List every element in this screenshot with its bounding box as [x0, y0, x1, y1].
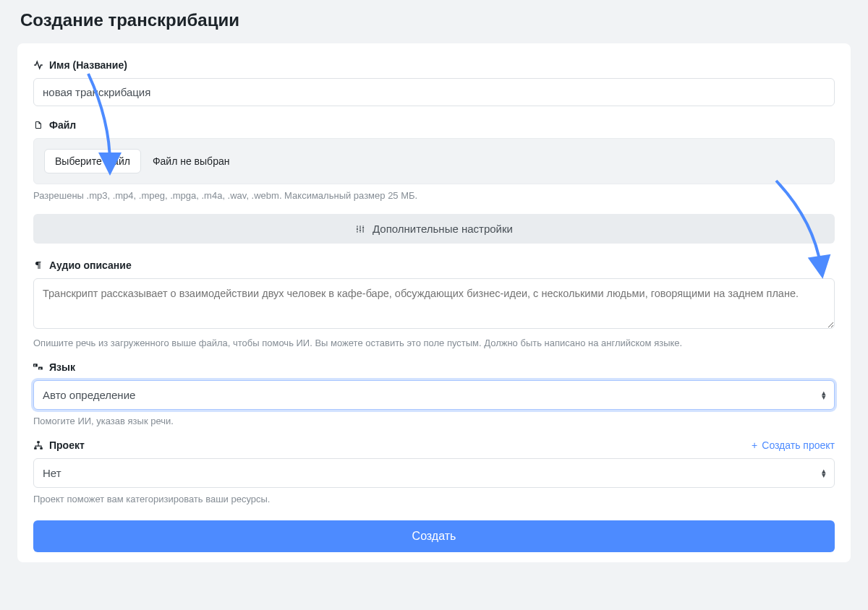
advanced-settings-label: Дополнительные настройки: [373, 223, 513, 235]
name-input[interactable]: [33, 78, 835, 106]
audio-description-hint: Опишите речь из загруженного выше файла,…: [33, 338, 835, 348]
choose-file-button[interactable]: Выберите файл: [44, 149, 141, 173]
advanced-settings-button[interactable]: Дополнительные настройки: [33, 214, 835, 244]
plus-icon: +: [752, 439, 757, 451]
file-icon: [33, 120, 43, 130]
svg-rect-7: [37, 441, 40, 443]
language-label: Язык: [49, 361, 75, 373]
form-card: Имя (Название) Файл Выберите файл Файл н…: [17, 43, 851, 562]
svg-point-1: [359, 229, 361, 231]
svg-rect-8: [34, 447, 37, 450]
submit-button[interactable]: Создать: [33, 520, 835, 552]
project-hint: Проект поможет вам категоризировать ваши…: [33, 494, 835, 504]
language-select[interactable]: Авто определение: [33, 380, 835, 410]
file-label: Файл: [49, 119, 76, 131]
file-field: Файл Выберите файл Файл не выбран Разреш…: [33, 119, 835, 201]
svg-point-0: [357, 228, 358, 229]
create-project-label: Создать проект: [762, 439, 835, 451]
activity-icon: [33, 60, 43, 70]
language-icon: Aあ: [33, 362, 43, 372]
svg-text:あ: あ: [39, 367, 41, 370]
page-title: Создание транскрибации: [0, 0, 868, 43]
file-status: Файл не выбран: [153, 155, 230, 167]
create-project-link[interactable]: + Создать проект: [752, 439, 835, 451]
language-field: Aあ Язык Авто определение ▴▾ Помогите ИИ,…: [33, 361, 835, 426]
project-select[interactable]: Нет: [33, 458, 835, 488]
project-field: Проект + Создать проект Нет ▴▾ Проект по…: [33, 439, 835, 504]
language-hint: Помогите ИИ, указав язык речи.: [33, 416, 835, 426]
svg-point-2: [362, 227, 364, 228]
file-hint: Разрешены .mp3, .mp4, .mpeg, .mpga, .m4a…: [33, 190, 835, 201]
project-label: Проект: [49, 439, 85, 451]
name-field: Имя (Название): [33, 59, 835, 106]
audio-description-label: Аудио описание: [49, 259, 132, 271]
sliders-icon: [355, 224, 365, 234]
audio-description-field: Аудио описание Опишите речь из загруженн…: [33, 259, 835, 348]
paragraph-icon: [33, 260, 43, 270]
audio-description-input[interactable]: [33, 278, 835, 329]
svg-rect-9: [40, 447, 43, 450]
name-label: Имя (Название): [49, 59, 127, 71]
diagram-icon: [33, 440, 43, 450]
file-dropzone[interactable]: Выберите файл Файл не выбран: [33, 138, 835, 184]
